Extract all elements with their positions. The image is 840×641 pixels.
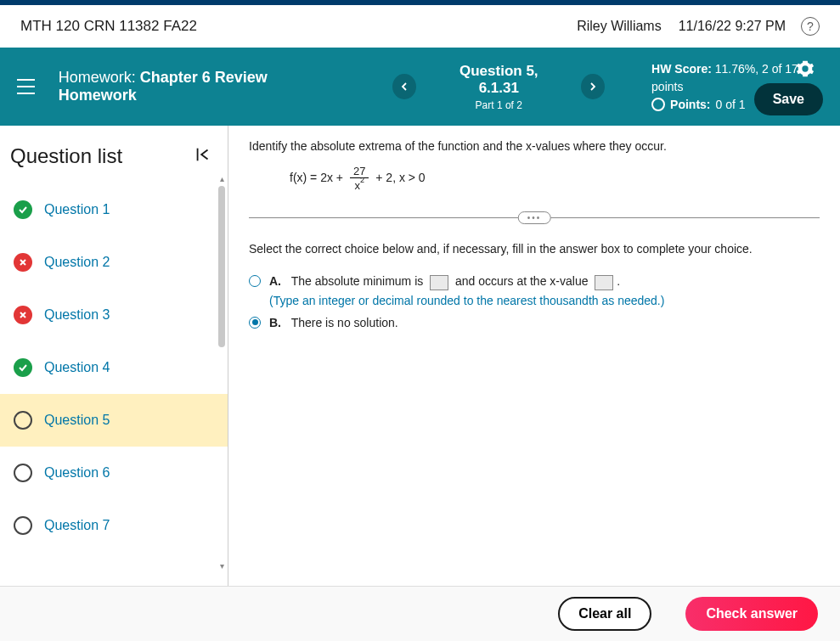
divider: ••• xyxy=(249,217,820,218)
question-formula: f(x) = 2x + 27 x2 + 2, x > 0 xyxy=(249,165,820,192)
header-row: MTH 120 CRN 11382 FA22 Riley Williams 11… xyxy=(0,5,840,48)
prev-question-button[interactable] xyxy=(392,74,416,99)
sidebar-item-label: Question 7 xyxy=(44,518,110,533)
question-part: Part 1 of 2 xyxy=(442,99,555,111)
answer-instructions: Select the correct choice below and, if … xyxy=(249,242,820,256)
save-button[interactable]: Save xyxy=(754,83,823,115)
empty-circle-icon xyxy=(14,464,32,482)
sidebar-item-label: Question 6 xyxy=(44,465,110,481)
sidebar-item-label: Question 5 xyxy=(44,413,110,428)
collapse-sidebar-icon[interactable] xyxy=(194,145,212,167)
sidebar-item-label: Question 2 xyxy=(44,255,110,270)
radio-a[interactable] xyxy=(249,275,261,287)
sidebar-item-question-6[interactable]: Question 6 xyxy=(0,447,228,499)
divider-toggle[interactable]: ••• xyxy=(518,211,551,224)
question-list: Question 1 Question 2 Question 3 Questio… xyxy=(0,183,228,574)
sidebar-item-question-4[interactable]: Question 4 xyxy=(0,341,228,394)
question-prompt: Identify the absolute extrema of the fun… xyxy=(249,139,820,153)
check-icon xyxy=(14,358,32,377)
empty-circle-icon xyxy=(14,516,32,535)
cross-icon xyxy=(14,306,32,324)
assignment-bar: Homework: Chapter 6 Review Homework Ques… xyxy=(0,48,840,126)
question-nav: Question 5, 6.1.31 Part 1 of 2 xyxy=(392,63,605,111)
main-area: Question list Question 1 Question 2 Ques… xyxy=(0,126,840,586)
check-answer-button[interactable]: Check answer xyxy=(685,597,818,631)
empty-circle-icon xyxy=(14,411,32,430)
scroll-up-arrow[interactable]: ▴ xyxy=(216,172,228,184)
scroll-down-arrow[interactable]: ▾ xyxy=(216,559,228,571)
hw-label: Homework: xyxy=(59,69,136,86)
hw-score-label: HW Score: xyxy=(651,62,712,76)
choice-a-hint: (Type an integer or decimal rounded to t… xyxy=(269,294,664,307)
sidebar-item-label: Question 3 xyxy=(44,307,110,323)
question-number: Question 5, 6.1.31 xyxy=(442,63,555,97)
footer: Clear all Check answer xyxy=(0,586,840,641)
course-name: MTH 120 CRN 11382 FA22 xyxy=(20,18,197,35)
sidebar: Question list Question 1 Question 2 Ques… xyxy=(0,126,228,586)
sidebar-item-label: Question 1 xyxy=(44,202,110,217)
menu-icon[interactable] xyxy=(17,79,35,94)
choice-a-text1: The absolute minimum is xyxy=(291,274,424,288)
choice-a-body: The absolute minimum is and occurs at th… xyxy=(291,274,621,288)
clear-all-button[interactable]: Clear all xyxy=(558,597,651,631)
sidebar-item-question-5[interactable]: Question 5 xyxy=(0,394,228,447)
question-content: Identify the absolute extrema of the fun… xyxy=(228,126,840,586)
cross-icon xyxy=(14,253,32,272)
points-value: 0 of 1 xyxy=(716,96,746,114)
points-label: Points: xyxy=(670,96,710,114)
question-list-title: Question list xyxy=(10,144,122,168)
fraction: 27 x2 xyxy=(350,165,369,192)
answer-input-2[interactable] xyxy=(595,275,613,290)
help-icon[interactable]: ? xyxy=(801,17,820,36)
gear-icon[interactable] xyxy=(796,59,815,82)
user-name: Riley Williams xyxy=(577,19,662,34)
choice-b-letter: B. xyxy=(269,316,281,329)
choice-a-letter: A. xyxy=(269,274,281,288)
radio-b[interactable] xyxy=(249,317,261,329)
formula-prefix: f(x) = 2x + xyxy=(290,171,343,184)
sidebar-item-question-7[interactable]: Question 7 xyxy=(0,499,228,552)
sidebar-scrollbar[interactable]: ▴ ▾ xyxy=(216,172,228,571)
check-icon xyxy=(14,200,32,219)
datetime: 11/16/22 9:27 PM xyxy=(679,19,786,34)
sidebar-item-question-1[interactable]: Question 1 xyxy=(0,183,228,236)
formula-suffix: + 2, x > 0 xyxy=(375,171,425,184)
scroll-thumb[interactable] xyxy=(218,186,225,347)
question-number-block: Question 5, 6.1.31 Part 1 of 2 xyxy=(442,63,555,111)
sidebar-header: Question list xyxy=(0,126,228,183)
sidebar-item-label: Question 4 xyxy=(44,360,110,375)
sidebar-item-question-3[interactable]: Question 3 xyxy=(0,289,228,341)
choice-b-text: There is no solution. xyxy=(291,316,398,329)
sidebar-item-question-2[interactable]: Question 2 xyxy=(0,236,228,289)
choice-a[interactable]: A. The absolute minimum is and occurs at… xyxy=(249,274,820,306)
next-question-button[interactable] xyxy=(581,74,605,99)
points-circle-icon xyxy=(651,98,665,111)
answer-input-1[interactable] xyxy=(430,275,448,290)
fraction-denominator: x2 xyxy=(350,178,369,192)
homework-title: Homework: Chapter 6 Review Homework xyxy=(59,69,334,104)
choice-b[interactable]: B. There is no solution. xyxy=(249,316,820,329)
choice-a-text2: and occurs at the x-value xyxy=(455,274,588,288)
